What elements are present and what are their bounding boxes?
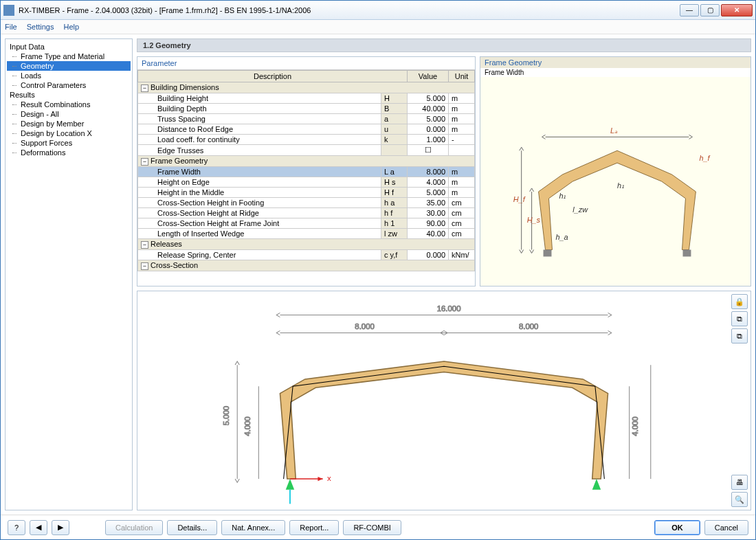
col-unit: Unit <box>449 71 475 82</box>
parameter-caption: Parameter <box>137 57 475 69</box>
svg-text:8.000: 8.000 <box>355 322 375 330</box>
svg-text:h₁: h₁ <box>617 181 624 190</box>
svg-text:H_f: H_f <box>513 195 526 203</box>
menu-file[interactable]: File <box>5 23 17 31</box>
rf-combi-button[interactable]: RF-COMBI <box>343 520 401 535</box>
row-inserted-wedge[interactable]: Length of Inserted Wedgel zw40.00cm <box>138 229 475 239</box>
row-cs-footing[interactable]: Cross-Section Height in Footingh a35.00c… <box>138 198 475 208</box>
tree-support-forces[interactable]: Support Forces <box>7 138 131 148</box>
tree-deformations[interactable]: Deformations <box>7 148 131 157</box>
svg-marker-27 <box>592 479 601 490</box>
app-icon <box>3 5 14 16</box>
calculation-button[interactable]: Calculation <box>105 520 163 535</box>
svg-marker-26 <box>286 479 294 490</box>
tree-design-member[interactable]: Design by Member <box>7 119 131 128</box>
svg-marker-30 <box>318 477 322 481</box>
cancel-button[interactable]: Cancel <box>704 520 748 535</box>
row-cs-joint[interactable]: Cross-Section Height at Frame Jointh 190… <box>138 218 475 229</box>
parameter-panel: Parameter Description Value Unit −Buildi… <box>137 56 476 286</box>
row-building-depth[interactable]: Building DepthB40.000m <box>138 104 475 114</box>
zoom-icon[interactable]: 🔍 <box>731 492 748 507</box>
svg-text:H_s: H_s <box>527 216 541 224</box>
tree-design-location-x[interactable]: Design by Location X <box>7 128 131 138</box>
tree-loads[interactable]: Loads <box>7 71 131 80</box>
svg-text:x: x <box>327 474 331 482</box>
row-building-height[interactable]: Building HeightH5.000m <box>138 93 475 104</box>
help-icon[interactable]: ? <box>8 520 25 535</box>
svg-text:l_zw: l_zw <box>572 205 588 214</box>
preview-panel: Frame Geometry Frame Width <box>480 56 751 286</box>
svg-rect-11 <box>544 249 552 256</box>
next-icon[interactable]: ▶ <box>52 520 69 535</box>
svg-text:h_a: h_a <box>555 233 568 241</box>
svg-text:16.000: 16.000 <box>437 304 461 313</box>
row-load-coeff[interactable]: Load coeff. for continuityk1.000- <box>138 135 475 145</box>
row-height-edge[interactable]: Height on EdgeH s4.000m <box>138 177 475 188</box>
menu-help[interactable]: Help <box>63 23 79 31</box>
ok-button[interactable]: OK <box>654 520 700 535</box>
report-button[interactable]: Report... <box>289 520 339 535</box>
svg-text:8.000: 8.000 <box>519 322 539 330</box>
preview-canvas: Lₐ h_f H_f H_s h₁ l_zw h_a h₁ <box>480 77 751 286</box>
model-drawing-icon: 16.000 8.000 8.000 5.000 4.000 4.000 <box>137 291 751 510</box>
row-distance-roof-edge[interactable]: Distance to Roof Edgeu0.000m <box>138 124 475 135</box>
nav-tree: Input Data Frame Type and Material Geome… <box>5 38 133 510</box>
copy-icon[interactable]: ⧉ <box>731 311 748 326</box>
row-truss-spacing[interactable]: Truss Spacinga5.000m <box>138 114 475 124</box>
col-description: Description <box>138 71 408 82</box>
group-releases[interactable]: −Releases <box>138 239 475 250</box>
group-frame-geometry[interactable]: −Frame Geometry <box>138 156 475 167</box>
preview-subtitle: Frame Width <box>480 68 751 77</box>
preview-header: Frame Geometry <box>480 57 751 68</box>
tree-input-data[interactable]: Input Data <box>7 42 131 52</box>
col-value: Value <box>408 71 449 82</box>
maximize-button[interactable]: ▢ <box>700 4 720 16</box>
svg-text:Lₐ: Lₐ <box>610 126 618 135</box>
model-view[interactable]: 16.000 8.000 8.000 5.000 4.000 4.000 <box>137 291 751 510</box>
print-icon[interactable]: 🖶 <box>731 475 748 490</box>
svg-text:4.000: 4.000 <box>631 416 639 436</box>
nat-annex-button[interactable]: Nat. Annex... <box>221 520 285 535</box>
svg-text:4.000: 4.000 <box>243 416 252 436</box>
layers-icon[interactable]: ⧉ <box>731 328 748 344</box>
details-button[interactable]: Details... <box>167 520 217 535</box>
frame-diagram-icon: Lₐ h_f H_f H_s h₁ l_zw h_a h₁ <box>480 77 751 286</box>
minimize-button[interactable]: — <box>680 4 699 16</box>
menu-settings[interactable]: Settings <box>27 23 54 31</box>
svg-text:5.000: 5.000 <box>222 406 230 426</box>
parameter-grid[interactable]: Description Value Unit −Building Dimensi… <box>137 69 475 286</box>
row-release-spring[interactable]: Release Spring, Centerc y,f0.000kNm/ <box>138 250 475 260</box>
svg-text:h₁: h₁ <box>559 192 566 200</box>
tree-result-combinations[interactable]: Result Combinations <box>7 100 131 109</box>
prev-icon[interactable]: ◀ <box>30 520 47 535</box>
svg-rect-12 <box>683 249 691 256</box>
tree-frame-type[interactable]: Frame Type and Material <box>7 52 131 61</box>
tree-control-params[interactable]: Control Parameters <box>7 80 131 90</box>
tree-geometry[interactable]: Geometry <box>7 61 131 71</box>
close-button[interactable]: ✕ <box>721 4 753 16</box>
row-cs-ridge[interactable]: Cross-Section Height at Ridgeh f30.00cm <box>138 208 475 218</box>
row-height-middle[interactable]: Height in the MiddleH f5.000m <box>138 188 475 198</box>
tree-results[interactable]: Results <box>7 90 131 100</box>
footer: ? ◀ ▶ Calculation Details... Nat. Annex.… <box>1 515 755 539</box>
window-title: RX-TIMBER - Frame - 2.04.0003 (32bit) - … <box>19 6 680 14</box>
row-frame-width[interactable]: Frame WidthL a8.000m <box>138 167 475 177</box>
menubar: File Settings Help <box>1 20 755 34</box>
svg-text:h_f: h_f <box>699 154 710 162</box>
group-building-dimensions[interactable]: −Building Dimensions <box>138 82 475 93</box>
panel-title: 1.2 Geometry <box>137 38 751 52</box>
tree-design-all[interactable]: Design - All <box>7 109 131 119</box>
lock-icon[interactable]: 🔒 <box>731 294 748 309</box>
group-cross-section[interactable]: −Cross-Section <box>138 260 475 271</box>
row-edge-trusses[interactable]: Edge Trusses☐ <box>138 145 475 156</box>
titlebar: RX-TIMBER - Frame - 2.04.0003 (32bit) - … <box>1 1 755 20</box>
